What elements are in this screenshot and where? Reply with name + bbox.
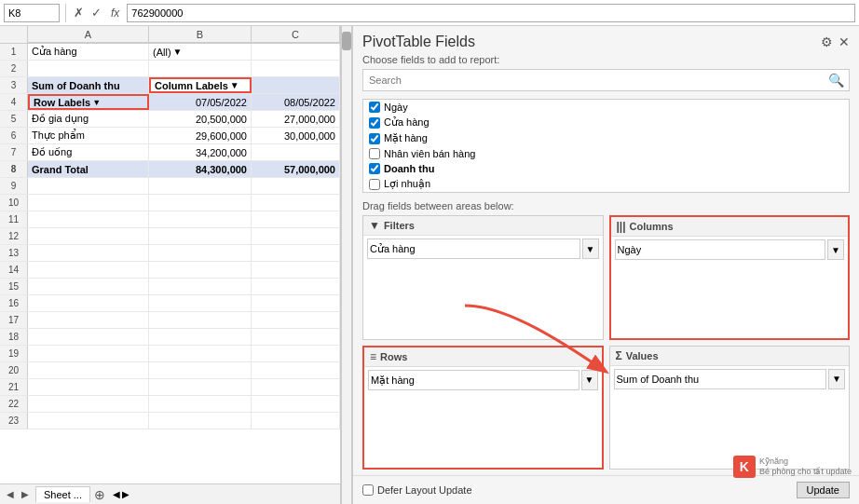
row-number: 17 (0, 312, 28, 328)
prev-sheet-button[interactable]: ◀ (4, 488, 17, 500)
cell-c8[interactable]: 57,000,000 (252, 161, 340, 177)
cell-b6[interactable]: 29,600,000 (149, 128, 252, 143)
row-number: 20 (0, 362, 28, 378)
cell-a1[interactable]: Cửa hàng (28, 44, 149, 60)
table-row: 16 (0, 295, 340, 312)
scroll-right-icon[interactable]: ▶ (122, 489, 130, 499)
pivot-settings-icon[interactable]: ⚙ (821, 34, 833, 49)
cell-a7[interactable]: Đồ uống (28, 144, 149, 160)
cell-c1 (252, 44, 340, 60)
filters-field-select[interactable]: Cửa hàng (367, 238, 580, 259)
confirm-formula-button[interactable]: ✓ (89, 6, 103, 20)
field-label-cuahang: Cửa hàng (384, 116, 430, 129)
field-item-ngay[interactable]: Ngày (363, 100, 849, 115)
table-row: 10 (0, 195, 340, 211)
cell-b5[interactable]: 20,500,000 (149, 111, 252, 127)
cell-b7[interactable]: 34,200,000 (149, 144, 252, 160)
field-checkbox-nhanvien[interactable] (369, 148, 380, 159)
filters-field-dropdown[interactable]: ▼ (582, 238, 599, 259)
field-checkbox-cuahang[interactable] (369, 117, 380, 129)
cell-c3 (252, 77, 340, 93)
table-row: 23 (0, 413, 340, 429)
table-row: 8 Grand Total 84,300,000 57,000,000 (0, 161, 340, 178)
search-icon: 🔍 (828, 73, 844, 88)
defer-label: Defer Layout Update (377, 484, 472, 496)
field-checkbox-doanhthu[interactable] (369, 163, 380, 174)
field-label-mathang: Mặt hàng (384, 132, 428, 144)
col-header-c: C (252, 26, 340, 43)
field-item-cuahang[interactable]: Cửa hàng (363, 115, 849, 130)
defer-checkbox[interactable] (362, 484, 374, 496)
cell-c6[interactable]: 30,000,000 (252, 128, 340, 143)
cell-a5[interactable]: Đồ gia dụng (28, 111, 149, 127)
update-button[interactable]: Update (797, 482, 850, 498)
row-number: 3 (0, 77, 28, 93)
pivot-subtitle: Choose fields to add to report: (353, 54, 859, 69)
formula-input[interactable] (127, 4, 855, 22)
cell-b3[interactable]: Column Labels ▼ (149, 77, 252, 93)
rows-area-header: ≡ Rows (364, 347, 602, 367)
cell-a4[interactable]: Row Labels ▼ (28, 94, 149, 110)
table-row: 14 (0, 262, 340, 279)
search-input[interactable] (362, 69, 850, 91)
pivot-close-icon[interactable]: ✕ (839, 34, 850, 49)
fields-scroll-container[interactable]: Ngày Cửa hàng Mặt hàng Nhân viên bán hàn… (362, 99, 850, 193)
row-number: 6 (0, 128, 28, 143)
row-number: 9 (0, 178, 28, 194)
cell-a6[interactable]: Thực phẩm (28, 128, 149, 143)
scroll-left-icon[interactable]: ◀ (113, 489, 120, 499)
cell-c4[interactable]: 08/05/2022 (252, 94, 340, 110)
field-checkbox-mathang[interactable] (369, 133, 380, 144)
cell-b8[interactable]: 84,300,000 (149, 161, 252, 177)
rows-field-select[interactable]: Mặt hàng (368, 370, 579, 390)
row-number: 23 (0, 413, 28, 429)
row-number: 18 (0, 329, 28, 345)
values-field-dropdown[interactable]: ▼ (828, 369, 845, 389)
values-field-select[interactable]: Sum of Doanh thu (614, 369, 827, 389)
table-row: 12 (0, 228, 340, 245)
columns-label: Columns (630, 221, 674, 232)
field-item-loinhuan[interactable]: Lợi nhuận (363, 176, 849, 192)
field-checkbox-loinhuan[interactable] (369, 179, 380, 190)
pivot-table-panel: PivotTable Fields ⚙ ✕ Choose fields to a… (352, 26, 859, 504)
watermark-text: KỹnăngBé phòng cho tất update (759, 456, 852, 477)
table-row: 15 (0, 279, 340, 295)
columns-field-select[interactable]: Ngày (615, 239, 826, 260)
corner-cell (0, 26, 28, 43)
field-label-loinhuan: Lợi nhuận (384, 178, 430, 190)
cell-b1[interactable]: (All) ▼ (149, 44, 252, 60)
column-headers: A B C (0, 26, 340, 44)
columns-area-header: ||| Columns (611, 217, 849, 237)
row-number: 2 (0, 61, 28, 76)
cell-a3[interactable]: Sum of Doanh thu (28, 77, 149, 93)
field-item-nhanvien[interactable]: Nhân viên bán hàng (363, 146, 849, 161)
cell-b4[interactable]: 07/05/2022 (149, 94, 252, 110)
filters-area-header: ▼ Filters (363, 216, 603, 236)
table-row: 22 (0, 396, 340, 413)
field-item-mathang[interactable]: Mặt hàng (363, 130, 849, 146)
values-area-header: Σ Values (610, 347, 850, 366)
scrollbar-thumb[interactable] (342, 32, 351, 50)
filter-icon: ▼ (369, 219, 380, 232)
field-checkbox-ngay[interactable] (369, 102, 380, 113)
table-row: 9 (0, 178, 340, 195)
columns-field-dropdown[interactable]: ▼ (827, 239, 844, 260)
row-number: 13 (0, 245, 28, 261)
cell-reference-box[interactable]: K8 (4, 4, 60, 22)
cell-c5[interactable]: 27,000,000 (252, 111, 340, 127)
filters-label: Filters (384, 220, 415, 231)
row-number: 21 (0, 379, 28, 395)
add-sheet-button[interactable]: ⊕ (94, 487, 105, 502)
cancel-formula-button[interactable]: ✗ (72, 6, 86, 20)
rows-label: Rows (380, 351, 407, 362)
row-number: 10 (0, 195, 28, 211)
rows-field-dropdown[interactable]: ▼ (581, 370, 598, 390)
sheet-tab[interactable]: Sheet ... (35, 486, 90, 502)
vertical-scrollbar[interactable] (341, 26, 352, 504)
table-row: 21 (0, 379, 340, 396)
field-item-doanhthu[interactable]: Doanh thu (363, 161, 849, 176)
row-number: 11 (0, 211, 28, 227)
next-sheet-button[interactable]: ▶ (19, 488, 32, 500)
table-row: 13 (0, 245, 340, 262)
cell-a8[interactable]: Grand Total (28, 161, 149, 177)
